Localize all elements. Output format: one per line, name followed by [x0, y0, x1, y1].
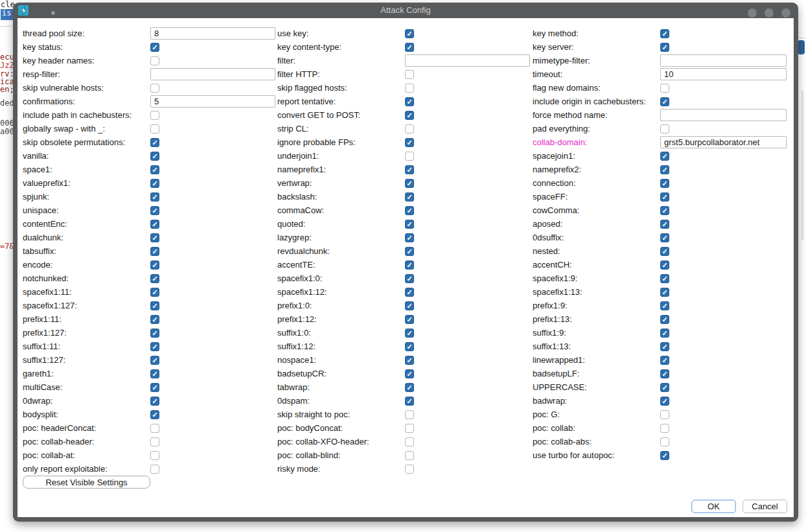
field-tabsuffix-checkbox[interactable]: ✓: [150, 247, 159, 256]
reset-visible-settings-button[interactable]: Reset Visible Settings: [23, 476, 150, 489]
field-lazygrep-checkbox[interactable]: ✓: [405, 233, 414, 242]
field-prefix1-9-checkbox[interactable]: ✓: [660, 301, 669, 310]
field-suffix1-9-checkbox[interactable]: ✓: [660, 329, 669, 338]
field-thread-pool-size-input[interactable]: [150, 27, 275, 40]
field-vertwrap-checkbox[interactable]: ✓: [405, 179, 414, 188]
field-tabwrap-checkbox[interactable]: ✓: [405, 383, 414, 392]
field-prefix1-13-checkbox[interactable]: ✓: [660, 315, 669, 324]
field-poc-collab-at-checkbox[interactable]: [150, 451, 159, 460]
field-force-method-name-input[interactable]: [660, 109, 787, 121]
field-space1-checkbox[interactable]: ✓: [150, 165, 159, 174]
field-vanilla-checkbox[interactable]: ✓: [150, 152, 159, 161]
field-quoted-checkbox[interactable]: ✓: [405, 220, 414, 229]
ok-button[interactable]: OK: [691, 500, 736, 513]
field-poc-collab-checkbox[interactable]: [660, 424, 669, 433]
field-convert-get-to-post-checkbox[interactable]: ✓: [405, 111, 414, 120]
field-suffix1-13-checkbox[interactable]: ✓: [660, 342, 669, 351]
field-badsetupcr-checkbox[interactable]: ✓: [405, 369, 414, 378]
field-risky-mode-checkbox[interactable]: [405, 465, 414, 474]
field-suffix1-11-checkbox[interactable]: ✓: [150, 342, 159, 351]
field-report-tentative-checkbox[interactable]: ✓: [405, 97, 414, 106]
field-poc-collab-xfo-header-checkbox[interactable]: [405, 437, 414, 446]
field-valueprefix1-checkbox[interactable]: ✓: [150, 179, 159, 188]
field-prefix1-11-checkbox[interactable]: ✓: [150, 315, 159, 324]
field-pad-everything-checkbox[interactable]: [660, 124, 669, 133]
field-badsetuplf-checkbox[interactable]: ✓: [660, 369, 669, 378]
window-button-1[interactable]: [748, 8, 757, 17]
field-spacefix1-11-checkbox[interactable]: ✓: [150, 288, 159, 297]
field-poc-collab-blind-checkbox[interactable]: [405, 451, 414, 460]
field-connection-checkbox[interactable]: ✓: [660, 179, 669, 188]
field-key-method-checkbox[interactable]: ✓: [660, 29, 669, 38]
field-notchunked-checkbox[interactable]: ✓: [150, 274, 159, 283]
field-confirmations-input[interactable]: [150, 95, 275, 108]
field-use-key-checkbox[interactable]: ✓: [405, 29, 414, 38]
field-badwrap-checkbox[interactable]: ✓: [660, 397, 669, 406]
window-button-3[interactable]: [781, 8, 790, 17]
field-key-status-checkbox[interactable]: ✓: [150, 43, 159, 52]
field-spjunk-checkbox[interactable]: ✓: [150, 192, 159, 202]
field-spacefix1-127-checkbox[interactable]: ✓: [150, 301, 159, 310]
field-poc-headerconcat-checkbox[interactable]: [150, 424, 159, 433]
field-spaceff-checkbox[interactable]: ✓: [660, 192, 669, 202]
field-globally-swap-with-checkbox[interactable]: [150, 124, 159, 133]
field-skip-vulnerable-hosts-checkbox[interactable]: [150, 84, 159, 93]
field-cowcomma-checkbox[interactable]: ✓: [660, 206, 669, 215]
field-backslash-checkbox[interactable]: ✓: [405, 192, 414, 202]
field-nested-checkbox[interactable]: ✓: [660, 247, 669, 256]
field-poc-g-checkbox[interactable]: [660, 410, 669, 419]
field-contentenc-checkbox[interactable]: ✓: [150, 220, 159, 229]
cancel-button[interactable]: Cancel: [743, 500, 787, 513]
field-dualchunk-checkbox[interactable]: ✓: [150, 233, 159, 242]
field-ignore-probable-fps-checkbox[interactable]: ✓: [405, 138, 414, 147]
field-prefix1-127-checkbox[interactable]: ✓: [150, 329, 159, 338]
field-resp-filter-input[interactable]: [150, 68, 275, 80]
field-poc-bodyconcat-checkbox[interactable]: [405, 424, 414, 433]
dialog-titlebar[interactable]: Attack Config: [13, 3, 798, 18]
field-spacejoin1-checkbox[interactable]: ✓: [660, 152, 669, 161]
field-nameprefix1-checkbox[interactable]: ✓: [405, 165, 414, 174]
field-prefix1-0-checkbox[interactable]: ✓: [405, 301, 414, 310]
field-use-turbo-for-autopoc-checkbox[interactable]: ✓: [660, 451, 669, 460]
field-only-report-exploitable-checkbox[interactable]: [150, 465, 159, 474]
field-poc-collab-header-checkbox[interactable]: [150, 437, 159, 446]
field-suffix1-0-checkbox[interactable]: ✓: [405, 329, 414, 338]
field-filter-http-checkbox[interactable]: [405, 70, 414, 79]
window-button-2[interactable]: [765, 8, 774, 17]
field-bodysplit-checkbox[interactable]: ✓: [150, 410, 159, 419]
field-0dsuffix-checkbox[interactable]: ✓: [660, 233, 669, 242]
field-revdualchunk-checkbox[interactable]: ✓: [405, 247, 414, 256]
field-multicase-checkbox[interactable]: ✓: [150, 383, 159, 392]
field-timeout-input[interactable]: [660, 68, 787, 80]
field-key-content-type-checkbox[interactable]: ✓: [405, 43, 414, 52]
field-skip-straight-to-poc-checkbox[interactable]: [405, 410, 414, 419]
field-include-path-in-cachebusters-checkbox[interactable]: [150, 111, 159, 120]
field-unispace-checkbox[interactable]: ✓: [150, 206, 159, 215]
field-collab-domain-input[interactable]: [660, 136, 787, 148]
field-flag-new-domains-checkbox[interactable]: [660, 84, 669, 93]
field-linewrapped1-checkbox[interactable]: ✓: [660, 356, 669, 365]
field-underjoin1-checkbox[interactable]: [405, 152, 414, 161]
field-key-header-names-checkbox[interactable]: [150, 56, 159, 65]
field-prefix1-12-checkbox[interactable]: ✓: [405, 315, 414, 324]
field-suffix1-12-checkbox[interactable]: ✓: [405, 342, 414, 351]
field-spacefix1-12-checkbox[interactable]: ✓: [405, 288, 414, 297]
field-nospace1-checkbox[interactable]: ✓: [405, 356, 414, 365]
field-accentch-checkbox[interactable]: ✓: [660, 260, 669, 270]
field-skip-flagged-hosts-checkbox[interactable]: [405, 84, 414, 93]
field-filter-input[interactable]: [405, 54, 530, 67]
field-gareth1-checkbox[interactable]: ✓: [150, 369, 159, 378]
field-aposed-checkbox[interactable]: ✓: [660, 220, 669, 229]
field-encode-checkbox[interactable]: ✓: [150, 260, 159, 270]
field-skip-obsolete-permutations-checkbox[interactable]: ✓: [150, 138, 159, 147]
field-commacow-checkbox[interactable]: ✓: [405, 206, 414, 215]
field-accentte-checkbox[interactable]: ✓: [405, 260, 414, 270]
field-poc-collab-abs-checkbox[interactable]: [660, 437, 669, 446]
field-nameprefix2-checkbox[interactable]: ✓: [660, 165, 669, 174]
field-mimetype-filter-input[interactable]: [660, 54, 787, 67]
field-spacefix1-0-checkbox[interactable]: ✓: [405, 274, 414, 283]
field-strip-cl-checkbox[interactable]: [405, 124, 414, 133]
field-spacefix1-9-checkbox[interactable]: ✓: [660, 274, 669, 283]
field-spacefix1-13-checkbox[interactable]: ✓: [660, 288, 669, 297]
field-0dwrap-checkbox[interactable]: ✓: [150, 397, 159, 406]
